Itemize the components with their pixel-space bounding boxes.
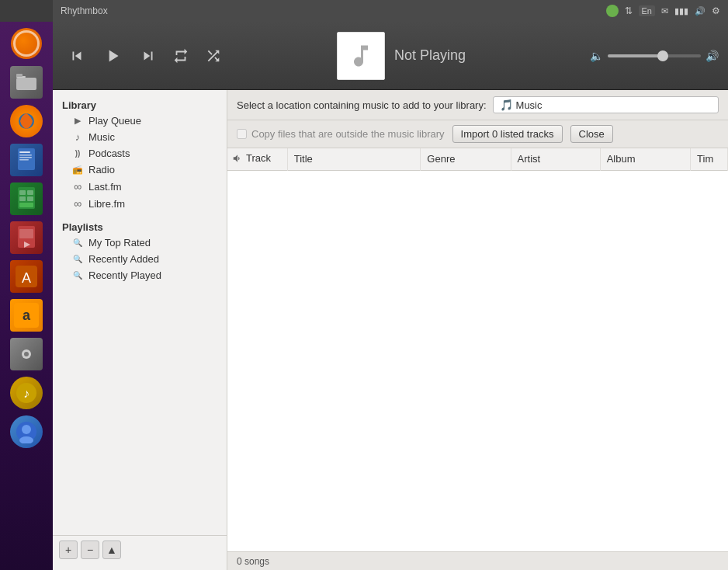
playlist-options-button[interactable]: ▲ xyxy=(102,540,121,559)
not-playing-label: Not Playing xyxy=(394,47,466,64)
track-header: Track xyxy=(232,152,271,164)
window-title: Rhythmbox xyxy=(61,5,606,16)
location-path[interactable]: 🎵 Music xyxy=(493,96,719,113)
librefm-icon: ∞ xyxy=(71,197,84,210)
sidebar-item-radio[interactable]: 📻 Radio xyxy=(56,162,224,178)
svg-rect-11 xyxy=(27,190,33,195)
sidebar-item-recently-added[interactable]: 🔍 Recently Added xyxy=(56,251,224,267)
svg-text:♪: ♪ xyxy=(23,387,29,400)
now-playing: Not Playing xyxy=(231,32,571,80)
svg-rect-12 xyxy=(19,196,26,201)
location-path-text: Music xyxy=(516,99,543,111)
library-section-label: Library xyxy=(53,96,227,113)
location-label: Select a location containing music to ad… xyxy=(237,99,487,111)
sidebar-item-label: Libre.fm xyxy=(88,198,125,210)
dock-app-calc[interactable] xyxy=(8,180,45,217)
svg-point-27 xyxy=(22,425,31,434)
dock-app-settings[interactable] xyxy=(8,335,45,373)
close-button[interactable]: Close xyxy=(570,125,613,143)
sidebar-item-play-queue[interactable]: ▶ Play Queue xyxy=(56,113,224,129)
sidebar-item-label: Last.fm xyxy=(88,181,122,193)
svg-rect-6 xyxy=(19,155,32,156)
col-time: Tim xyxy=(691,148,728,170)
playlists-section-label: Playlists xyxy=(53,218,227,235)
podcasts-icon: )) xyxy=(71,149,84,158)
play-button[interactable] xyxy=(95,41,130,71)
content-area: Library ▶ Play Queue ♪ Music )) Podcasts… xyxy=(53,90,728,570)
shuffle-button[interactable] xyxy=(199,43,228,69)
location-bar: Select a location containing music to ad… xyxy=(227,90,728,120)
main-window: Rhythmbox ⇅ En ✉ ▮▮▮ 🔊 ⚙ xyxy=(53,0,728,570)
repeat-button[interactable] xyxy=(166,43,196,69)
play-queue-icon: ▶ xyxy=(71,116,84,126)
tray-keyboard-layout[interactable]: En xyxy=(639,5,655,16)
lastfm-icon: ∞ xyxy=(71,180,84,193)
sidebar: Library ▶ Play Queue ♪ Music )) Podcasts… xyxy=(53,90,227,570)
dock-app-amazon[interactable]: a xyxy=(8,297,45,334)
track-table: Track Title Genre Artist Album Tim xyxy=(227,148,728,551)
dock-app-software[interactable]: A xyxy=(8,258,45,295)
sidebar-item-top-rated[interactable]: 🔍 My Top Rated xyxy=(56,235,224,251)
svg-text:A: A xyxy=(22,270,31,286)
tray-mail-icon[interactable]: ✉ xyxy=(661,6,668,16)
volume-low-icon: 🔈 xyxy=(590,50,603,62)
sidebar-item-recently-played[interactable]: 🔍 Recently Played xyxy=(56,267,224,283)
dock-app-misc[interactable] xyxy=(8,413,45,450)
next-button[interactable] xyxy=(133,43,163,69)
add-playlist-button[interactable]: + xyxy=(59,540,78,559)
sidebar-footer: + − ▲ xyxy=(53,535,227,564)
sidebar-item-label: Recently Played xyxy=(88,269,161,281)
radio-icon: 📻 xyxy=(71,165,84,175)
tray-settings-icon[interactable]: ⚙ xyxy=(712,5,720,16)
svg-rect-14 xyxy=(19,203,33,207)
music-icon: ♪ xyxy=(71,131,84,143)
import-button[interactable]: Import 0 listed tracks xyxy=(452,125,563,143)
svg-point-23 xyxy=(24,352,29,356)
volume-control: 🔈 🔊 xyxy=(590,50,719,62)
col-genre: Genre xyxy=(421,148,511,170)
dock-app-ubuntu[interactable] xyxy=(8,25,45,62)
track-col-label: Track xyxy=(246,152,271,164)
status-bar: 0 songs xyxy=(227,551,728,570)
sidebar-item-librefm[interactable]: ∞ Libre.fm xyxy=(56,195,224,212)
dock-app-firefox[interactable] xyxy=(8,103,45,140)
dock: A a ♪ xyxy=(0,22,53,570)
sidebar-item-lastfm[interactable]: ∞ Last.fm xyxy=(56,178,224,195)
svg-rect-8 xyxy=(19,159,29,161)
dock-app-impress[interactable] xyxy=(8,219,45,256)
col-album: Album xyxy=(600,148,690,170)
svg-rect-7 xyxy=(19,157,32,158)
sidebar-item-music[interactable]: ♪ Music xyxy=(56,129,224,145)
recently-played-icon: 🔍 xyxy=(71,271,84,280)
sidebar-item-label: Recently Added xyxy=(88,253,159,265)
toolbar: Not Playing 🔈 🔊 xyxy=(53,22,728,90)
album-art xyxy=(337,32,385,80)
import-bar: Copy files that are outside the music li… xyxy=(227,120,728,148)
prev-button[interactable] xyxy=(62,43,92,69)
sidebar-item-label: Radio xyxy=(88,164,115,176)
location-folder-icon: 🎵 xyxy=(500,99,513,111)
copy-files-label: Copy files that are outside the music li… xyxy=(237,128,445,140)
dock-app-writer[interactable] xyxy=(8,141,45,179)
sidebar-item-label: Podcasts xyxy=(88,148,130,159)
sidebar-item-label: Music xyxy=(88,131,115,143)
col-track: Track xyxy=(227,148,287,170)
svg-rect-2 xyxy=(16,78,36,90)
sidebar-item-podcasts[interactable]: )) Podcasts xyxy=(56,145,224,162)
system-tray: ⇅ En ✉ ▮▮▮ 🔊 ⚙ xyxy=(606,5,720,17)
volume-icon[interactable]: 🔊 xyxy=(705,50,719,62)
tray-battery-icon[interactable]: ▮▮▮ xyxy=(674,6,688,16)
recently-added-icon: 🔍 xyxy=(71,255,84,263)
remove-playlist-button[interactable]: − xyxy=(81,540,99,559)
tray-sync-icon[interactable]: ⇅ xyxy=(625,5,633,16)
dock-app-rhythmbox[interactable]: ♪ xyxy=(8,374,45,412)
svg-rect-13 xyxy=(27,196,33,201)
copy-files-text: Copy files that are outside the music li… xyxy=(251,128,445,140)
sidebar-item-label: Play Queue xyxy=(88,115,141,127)
volume-slider[interactable] xyxy=(608,54,701,57)
tracks-list: Track Title Genre Artist Album Tim xyxy=(227,148,728,171)
tray-volume-icon[interactable]: 🔊 xyxy=(695,6,705,16)
tray-network-icon[interactable] xyxy=(606,5,619,17)
copy-files-checkbox[interactable] xyxy=(237,129,247,139)
dock-app-files[interactable] xyxy=(8,64,45,101)
